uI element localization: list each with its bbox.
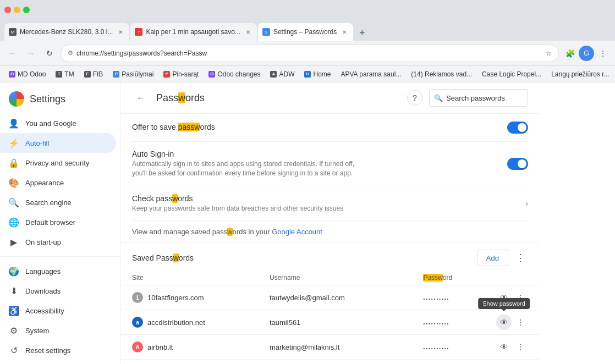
password-site-cell-3: A weblogin.also.com xyxy=(121,360,259,364)
tab-mercedes[interactable]: M Mercedes-Benz SLK280, 3.0 l... ✕ xyxy=(4,23,129,41)
back-nav-button[interactable]: ← xyxy=(4,46,20,61)
bookmark-label-home: Home xyxy=(313,70,331,78)
sidebar-item-you-and-google[interactable]: 👤 You and Google xyxy=(0,113,116,133)
tab-close-settings[interactable]: ✕ xyxy=(340,27,349,36)
languages-icon: 🌍 xyxy=(9,266,19,276)
address-bar[interactable]: ⚙ chrome://settings/passwords?search=Pas… xyxy=(61,45,559,62)
bookmark-favicon-home: H xyxy=(304,71,311,78)
more-options-icon[interactable]: ⋮ xyxy=(595,46,611,61)
show-password-tooltip-1: Show password xyxy=(478,298,530,309)
saved-passwords-header: Saved Passwords Add ⋮ xyxy=(121,243,539,271)
sidebar-item-auto-fill[interactable]: ⚡ Auto-fill xyxy=(0,133,116,153)
bookmark-odoo-changes[interactable]: O Odoo changes xyxy=(204,68,265,80)
sidebar-label-you-and-google: You and Google xyxy=(25,119,76,128)
reload-button[interactable]: ↻ xyxy=(42,46,57,61)
password-actions-cell-1: 👁 Show password ⋮ xyxy=(485,310,539,335)
check-passwords-title: Check passwords xyxy=(132,194,525,203)
bookmark-label-md-odoo: MD Odoo xyxy=(18,70,46,78)
passwords-search-box[interactable]: 🔍 xyxy=(429,89,528,107)
close-window-btn[interactable] xyxy=(4,7,11,13)
saved-passwords-more-button[interactable]: ⋮ xyxy=(513,250,528,266)
sidebar-label-default-browser: Default browser xyxy=(25,218,75,227)
passwords-search-input[interactable] xyxy=(446,94,523,102)
auto-sign-in-toggle[interactable] xyxy=(507,158,528,170)
more-password-button-2[interactable]: ⋮ xyxy=(513,339,528,355)
offer-save-toggle[interactable] xyxy=(507,122,528,134)
passwords-back-button[interactable]: ← xyxy=(132,89,150,107)
auto-sign-in-content: Auto Sign-in Automatically sign in to si… xyxy=(132,150,507,178)
sidebar-label-search-engine: Search engine xyxy=(25,198,72,207)
chrome-logo-small: ⚙ xyxy=(68,49,73,57)
extensions-icon[interactable]: 🧩 xyxy=(562,46,578,61)
bookmark-langu[interactable]: Langų priežiūros r... xyxy=(547,68,613,80)
autofill-icon: ⚡ xyxy=(9,138,19,148)
table-row: A airbnb.lt marketing@milaknis.lt•••••••… xyxy=(121,335,539,360)
bookmark-tm[interactable]: T TM xyxy=(51,68,78,80)
tab-close-mercedes[interactable]: ✕ xyxy=(116,27,125,36)
bookmark-reklamos[interactable]: (14) Reklamos vad... xyxy=(407,68,476,80)
bookmark-fib[interactable]: F FIB xyxy=(80,68,108,80)
sidebar-item-system[interactable]: ⚙ System xyxy=(0,321,116,340)
bookmark-pin[interactable]: P Pin-sarąt xyxy=(159,68,203,80)
password-dots-0: •••••••••• xyxy=(423,296,449,301)
minimize-window-btn[interactable] xyxy=(14,7,20,13)
sidebar-item-downloads[interactable]: ⬇ Downloads xyxy=(0,281,116,301)
sidebar-header: Settings xyxy=(0,87,120,111)
bookmark-star-icon[interactable]: ☆ xyxy=(546,49,552,57)
sidebar-item-default-browser[interactable]: 🌐 Default browser xyxy=(0,212,116,232)
check-passwords-content: Check passwords Keep your passwords safe… xyxy=(132,194,525,213)
sidebar-item-appearance[interactable]: 🎨 Appearance xyxy=(0,173,116,192)
password-dots-2: •••••••••• xyxy=(423,346,449,351)
bookmark-passiulymai[interactable]: P Pasiūlymai xyxy=(108,68,158,80)
tab-close-kaip[interactable]: ✕ xyxy=(244,27,252,36)
maximize-window-btn[interactable] xyxy=(23,7,30,13)
profile-icon[interactable]: G xyxy=(579,46,594,61)
bookmark-adw[interactable]: A ADW xyxy=(266,68,299,80)
passwords-table-body: 1 10fastfingers.com tautwydelis@gmail.co… xyxy=(121,285,539,364)
sidebar-item-languages[interactable]: 🌍 Languages xyxy=(0,261,116,281)
bookmark-home[interactable]: H Home xyxy=(300,68,335,80)
google-account-link[interactable]: Google Account xyxy=(272,228,322,236)
more-password-button-1[interactable]: ⋮ xyxy=(513,315,528,330)
sidebar-item-reset-settings[interactable]: ↺ Reset settings xyxy=(0,340,116,360)
passwords-page-title: Passwords xyxy=(156,92,400,104)
bookmark-favicon-odoo-changes: O xyxy=(208,71,215,78)
show-password-button-2[interactable]: 👁 xyxy=(496,339,512,355)
tab-title-mercedes: Mercedes-Benz SLK280, 3.0 l... xyxy=(20,28,113,36)
sidebar-item-search-engine[interactable]: 🔍 Search engine xyxy=(0,192,116,212)
bookmark-case-logic[interactable]: Case Logic Propel... xyxy=(477,68,546,80)
sidebar-item-on-startup[interactable]: ▶ On start-up xyxy=(0,232,116,252)
search-icon: 🔍 xyxy=(9,197,19,207)
pw-actions-2: 👁⋮ xyxy=(496,339,528,355)
sidebar-label-auto-fill: Auto-fill xyxy=(25,139,49,147)
sidebar-label-appearance: Appearance xyxy=(25,179,64,187)
tab-settings[interactable]: S Settings – Passwords ✕ xyxy=(258,23,353,41)
check-passwords-row[interactable]: Check passwords Keep your passwords safe… xyxy=(132,186,528,222)
password-site-cell-2: A airbnb.lt xyxy=(121,335,259,360)
check-passwords-chevron: › xyxy=(525,199,528,208)
window-controls-bar xyxy=(0,0,615,20)
sidebar-item-privacy-security[interactable]: 🔒 Privacy and security xyxy=(0,153,116,173)
password-dots-cell-2: •••••••••• xyxy=(412,335,485,360)
add-password-button[interactable]: Add xyxy=(477,250,508,266)
new-tab-button[interactable]: + xyxy=(354,25,370,41)
reset-icon: ↺ xyxy=(9,345,19,355)
bookmark-apva[interactable]: APVA parama saul... xyxy=(337,68,406,80)
bookmark-md-odoo[interactable]: O MD Odoo xyxy=(4,68,50,80)
show-password-button-1[interactable]: 👁 xyxy=(496,315,512,330)
passwords-help-button[interactable]: ? xyxy=(407,90,422,106)
sidebar: Settings 👤 You and Google ⚡ Auto-fill 🔒 … xyxy=(0,82,121,364)
site-name-1: accdistribution.net xyxy=(147,318,205,327)
bookmark-label-tm: TM xyxy=(64,70,74,78)
sidebar-label-privacy-security: Privacy and security xyxy=(25,159,89,167)
password-username-cell-3: lt725605 xyxy=(259,360,412,364)
password-dots-cell-3: ••••••••••• xyxy=(412,360,485,364)
downloads-icon: ⬇ xyxy=(9,286,19,296)
tab-kaip[interactable]: Y Kaip per 1 min apsaugoti savo... ✕ xyxy=(130,23,256,41)
system-icon: ⚙ xyxy=(9,326,19,335)
tab-favicon-settings: S xyxy=(262,28,270,36)
forward-nav-button[interactable]: → xyxy=(23,46,39,61)
auto-sign-in-title: Auto Sign-in xyxy=(132,150,507,158)
sidebar-item-accessibility[interactable]: ♿ Accessibility xyxy=(0,301,116,321)
password-username-cell-0: tautwydelis@gmail.com xyxy=(259,285,412,310)
